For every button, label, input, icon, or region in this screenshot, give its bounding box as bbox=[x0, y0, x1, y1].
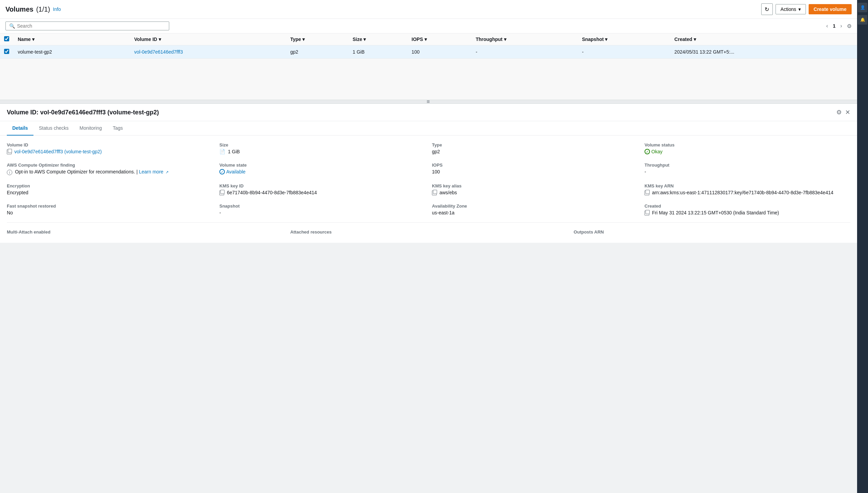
col-created-sort-icon[interactable]: ▾ bbox=[694, 37, 696, 42]
field-encryption: Encryption Encrypted bbox=[7, 183, 213, 195]
field-size-value: 📄 1 GiB bbox=[219, 149, 425, 154]
field-throughput: Throughput - bbox=[645, 163, 850, 175]
col-name: Name bbox=[18, 37, 31, 42]
tab-tags[interactable]: Tags bbox=[107, 121, 128, 136]
field-volume-status-label: Volume status bbox=[645, 142, 850, 147]
page-count: (1/1) bbox=[36, 5, 50, 13]
col-throughput-sort-icon[interactable]: ▾ bbox=[504, 37, 506, 42]
table-row[interactable]: volume-test-gp2 vol-0e9d7e6146ed7fff3 gp… bbox=[0, 45, 857, 59]
col-name-sort-icon[interactable]: ▾ bbox=[32, 37, 34, 42]
copy-kms-key-id-icon[interactable] bbox=[219, 191, 224, 195]
field-created: Created Fri May 31 2024 13:22:15 GMT+053… bbox=[645, 203, 850, 215]
resize-handle[interactable]: ≡ bbox=[0, 100, 857, 103]
field-kms-key-id: KMS key ID 6e71740b-8b94-4470-8d3e-7fb88… bbox=[219, 183, 425, 195]
sidebar-icon-1[interactable]: 👤 bbox=[858, 3, 867, 12]
field-availability-zone-value: us-east-1a bbox=[432, 210, 638, 215]
info-link[interactable]: Info bbox=[53, 6, 61, 12]
detail-settings-button[interactable]: ⚙ bbox=[836, 109, 842, 116]
tab-status-checks[interactable]: Status checks bbox=[33, 121, 74, 136]
search-input-wrap[interactable]: 🔍 bbox=[5, 22, 169, 30]
pagination-current: 1 bbox=[833, 23, 836, 29]
state-available-icon: ✓ bbox=[219, 169, 225, 174]
detail-title: Volume ID: vol-0e9d7e6146ed7fff3 (volume… bbox=[7, 109, 159, 116]
field-volume-status-value: ✓ Okay bbox=[645, 149, 850, 154]
create-volume-button[interactable]: Create volume bbox=[809, 4, 852, 14]
field-volume-state-label: Volume state bbox=[219, 163, 425, 168]
learn-more-link[interactable]: Learn more bbox=[139, 169, 163, 174]
field-volume-state-value: ✓ Available bbox=[219, 169, 425, 174]
detail-panel: Volume ID: vol-0e9d7e6146ed7fff3 (volume… bbox=[0, 103, 857, 243]
col-throughput: Throughput bbox=[476, 37, 503, 42]
field-availability-zone-label: Availability Zone bbox=[432, 203, 638, 209]
refresh-icon: ↻ bbox=[765, 6, 769, 13]
col-volume-id: Volume ID bbox=[134, 37, 157, 42]
detail-content: Volume ID vol-0e9d7e6146ed7fff3 (volume-… bbox=[0, 136, 857, 243]
col-snapshot-sort-icon[interactable]: ▾ bbox=[605, 37, 607, 42]
pagination-prev-button[interactable]: ‹ bbox=[824, 22, 830, 30]
field-attached-resources: Attached resources bbox=[290, 229, 567, 236]
field-type-value: gp2 bbox=[432, 149, 638, 154]
copy-created-icon[interactable] bbox=[645, 211, 649, 215]
refresh-button[interactable]: ↻ bbox=[761, 3, 773, 15]
field-kms-key-arn: KMS key ARN arn:aws:kms:us-east-1:471112… bbox=[645, 183, 850, 195]
col-iops-sort-icon[interactable]: ▾ bbox=[424, 37, 427, 42]
field-kms-key-alias: KMS key alias aws/ebs bbox=[432, 183, 638, 195]
volume-id-link[interactable]: vol-0e9d7e6146ed7fff3 (volume-test-gp2) bbox=[14, 149, 102, 154]
aws-optimizer-info-icon[interactable]: i bbox=[7, 170, 12, 175]
col-size-sort-icon[interactable]: ▾ bbox=[363, 37, 366, 42]
row-iops: 100 bbox=[407, 45, 472, 59]
sidebar-icon-2[interactable]: 🔔 bbox=[858, 15, 867, 25]
tab-details[interactable]: Details bbox=[7, 121, 33, 136]
page-title: Volumes bbox=[5, 5, 33, 13]
actions-label: Actions bbox=[781, 6, 796, 12]
field-volume-status: Volume status ✓ Okay bbox=[645, 142, 850, 154]
volumes-table: Name▾ Volume ID▾ Type▾ Size▾ IOPS▾ Throu… bbox=[0, 33, 857, 59]
row-snapshot: - bbox=[578, 45, 670, 59]
field-type: Type gp2 bbox=[432, 142, 638, 154]
col-volume-id-sort-icon[interactable]: ▾ bbox=[159, 37, 161, 42]
field-kms-key-alias-value: aws/ebs bbox=[432, 190, 638, 195]
row-created: 2024/05/31 13:22 GMT+5:... bbox=[670, 45, 857, 59]
search-input[interactable] bbox=[17, 23, 165, 29]
actions-chevron-icon: ▾ bbox=[798, 6, 801, 12]
row-volume-id[interactable]: vol-0e9d7e6146ed7fff3 bbox=[134, 49, 183, 55]
top-panel: Volumes (1/1) Info ↻ Actions ▾ Create vo… bbox=[0, 0, 857, 100]
field-created-label: Created bbox=[645, 203, 850, 209]
field-fast-snapshot-value: No bbox=[7, 210, 213, 215]
col-snapshot: Snapshot bbox=[582, 37, 604, 42]
field-throughput-value: - bbox=[645, 169, 850, 174]
field-multi-attach-label: Multi-Attach enabled bbox=[7, 229, 284, 235]
external-link-icon: ↗ bbox=[165, 170, 169, 174]
tab-monitoring[interactable]: Monitoring bbox=[74, 121, 107, 136]
search-bar: 🔍 ‹ 1 › ⚙ bbox=[0, 19, 857, 33]
field-aws-optimizer-label: AWS Compute Optimizer finding bbox=[7, 163, 213, 168]
field-outposts-arn-label: Outposts ARN bbox=[574, 229, 850, 235]
field-type-label: Type bbox=[432, 142, 638, 147]
copy-kms-key-arn-icon[interactable] bbox=[645, 191, 649, 195]
select-all-checkbox[interactable] bbox=[4, 36, 9, 41]
field-throughput-label: Throughput bbox=[645, 163, 850, 168]
tabs: Details Status checks Monitoring Tags bbox=[0, 121, 857, 136]
pagination-next-button[interactable]: › bbox=[838, 22, 844, 30]
row-name: volume-test-gp2 bbox=[14, 45, 130, 59]
pagination-settings-button[interactable]: ⚙ bbox=[847, 23, 852, 29]
field-aws-optimizer-value: i Opt-in to AWS Compute Optimizer for re… bbox=[7, 169, 213, 175]
detail-close-button[interactable]: ✕ bbox=[845, 109, 850, 116]
field-volume-state: Volume state ✓ Available bbox=[219, 163, 425, 175]
field-fast-snapshot: Fast snapshot restored No bbox=[7, 203, 213, 215]
detail-fields-grid: Volume ID vol-0e9d7e6146ed7fff3 (volume-… bbox=[7, 142, 850, 223]
row-type: gp2 bbox=[286, 45, 349, 59]
field-volume-id-label: Volume ID bbox=[7, 142, 213, 147]
actions-button[interactable]: Actions ▾ bbox=[776, 4, 806, 14]
field-kms-key-id-label: KMS key ID bbox=[219, 183, 425, 188]
detail-header-right: ⚙ ✕ bbox=[836, 109, 850, 116]
search-icon: 🔍 bbox=[9, 23, 15, 29]
field-outposts-arn: Outposts ARN bbox=[574, 229, 850, 236]
copy-volume-id-icon[interactable] bbox=[7, 150, 12, 154]
toolbar-left: Volumes (1/1) Info bbox=[5, 5, 61, 13]
copy-kms-key-alias-icon[interactable] bbox=[432, 191, 437, 195]
field-created-value: Fri May 31 2024 13:22:15 GMT+0530 (India… bbox=[645, 210, 850, 215]
row-checkbox[interactable] bbox=[4, 49, 9, 54]
field-kms-key-arn-value: arn:aws:kms:us-east-1:471112830177:key/6… bbox=[645, 190, 850, 195]
col-type-sort-icon[interactable]: ▾ bbox=[302, 37, 305, 42]
